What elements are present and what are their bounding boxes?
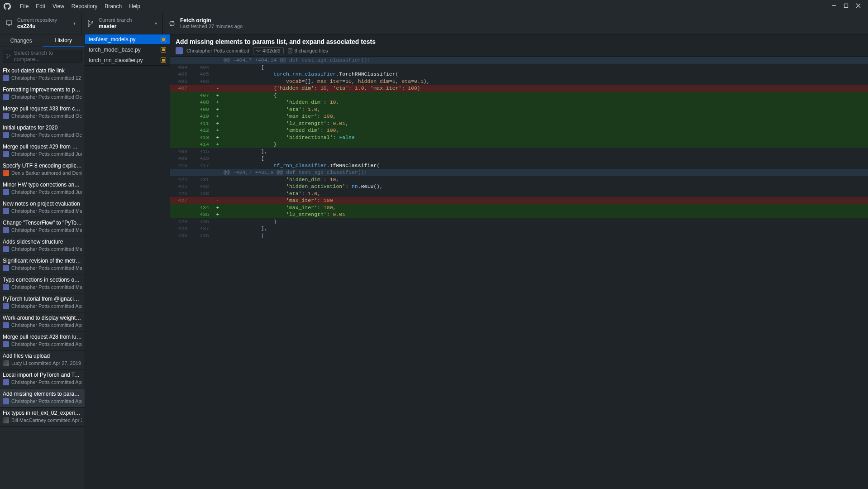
commit-item[interactable]: Minor HW typo corrections and clarifica…… [0, 179, 85, 198]
files-changed-label: 3 changed files [295, 48, 328, 53]
branch-compare-select[interactable]: Select branch to compare... [3, 50, 82, 62]
commit-item[interactable]: Adds slideshow structureChristopher Pott… [0, 236, 85, 255]
window-close-icon[interactable] [856, 3, 861, 10]
diff-line: 413+ 'bidirectional': False [170, 134, 868, 141]
avatar [176, 47, 183, 54]
menu-edit[interactable]: Edit [32, 1, 49, 11]
commit-item[interactable]: Local import of PyTorch and TensorFlow…C… [0, 369, 85, 388]
diff-line: 434+ 'max_iter': 100, [170, 204, 868, 211]
chevron-down-icon: ▾ [155, 21, 157, 26]
changed-files-panel: test\test_models.pytorch_model_base.pyto… [85, 34, 170, 489]
menu-help[interactable]: Help [125, 1, 144, 11]
git-branch-icon [87, 20, 94, 27]
commit-item[interactable]: Significant revision of the metrics note… [0, 255, 85, 274]
menu-repository[interactable]: Repository [68, 1, 101, 11]
file-name: test\test_models.py [89, 36, 161, 43]
commit-list[interactable]: Fix out-dated data file linkChristopher … [0, 65, 85, 489]
file-item[interactable]: torch_rnn_classifier.py [85, 55, 170, 66]
file-item[interactable]: test\test_models.py [85, 34, 170, 45]
commit-item[interactable]: Merge pull request #33 from cgpotts/sc…C… [0, 103, 85, 122]
menu-view[interactable]: View [49, 1, 68, 11]
file-item[interactable]: torch_model_base.py [85, 45, 170, 55]
commit-item-meta: Christopher Potts committed Apr 22, 2019 [3, 398, 82, 404]
diff-line: 411+ 'l2_strength': 0.01, [170, 120, 868, 127]
commit-item[interactable]: Fix typos in rel_ext_02_experiments.ipyn… [0, 408, 85, 427]
files-changed[interactable]: 3 changed files [287, 48, 328, 53]
avatar [3, 170, 9, 176]
commit-item[interactable]: Merge pull request #29 from mastermin…Ch… [0, 141, 85, 160]
commit-item[interactable]: Add files via uploadLucy Li committed Ap… [0, 350, 85, 369]
commit-item-meta: Christopher Potts committed Oct 22, 2019 [3, 113, 82, 119]
diff-line: 425432 'hidden_activation': nn.ReLU(), [170, 183, 868, 190]
commit-item-meta: Christopher Potts committed Jun 17, 2019 [3, 151, 82, 157]
commit-item[interactable]: Specify UTF-8 encoding explicitly when …… [0, 160, 85, 179]
commit-item[interactable]: Merge pull request #28 from lucy3/mas…Ch… [0, 331, 85, 350]
svg-point-7 [7, 54, 8, 55]
diff-line: 414+ } [170, 141, 868, 148]
commit-item-title: Fix typos in rel_ext_02_experiments.ipyn… [3, 410, 82, 416]
commit-item-title: Add files via upload [3, 353, 82, 359]
diff-line: 428436 } [170, 218, 868, 225]
commit-item-title: Specify UTF-8 encoding explicitly when … [3, 163, 82, 169]
commit-item[interactable]: PyTorch tutorial from @ignaciocasesChris… [0, 293, 85, 312]
diff-line: 404404 [ [170, 64, 868, 71]
avatar [3, 398, 9, 404]
avatar [3, 132, 9, 138]
commit-item-meta: Bill MacCartney committed Apr 22, 2019 [3, 417, 82, 423]
tab-changes[interactable]: Changes [0, 34, 43, 47]
fetch-label: Fetch origin [180, 17, 863, 24]
avatar [3, 284, 9, 290]
commit-item[interactable]: Typo corrections in sections on micro-F1… [0, 274, 85, 293]
diff-view[interactable]: @@ -404,7 +404,14 @@ def test_sgd_classi… [170, 57, 868, 489]
diff-line: 426433 'eta': 1.0, [170, 190, 868, 197]
commit-item-meta: Christopher Potts committed Apr 30, 2019 [3, 322, 82, 328]
tab-history[interactable]: History [43, 34, 85, 47]
commit-item[interactable]: Fix out-dated data file linkChristopher … [0, 65, 85, 84]
commit-item-meta: Christopher Potts committed May 6, 2019 [3, 265, 82, 271]
commit-sha: 4f02dd9 [262, 48, 281, 53]
commit-item[interactable]: Formatting improvements to projects.mdCh… [0, 84, 85, 103]
menu-file[interactable]: File [16, 1, 32, 11]
diff-line: 407- {'hidden_dim': 10, 'eta': 1.0, 'max… [170, 85, 868, 92]
repo-label: Current repository [17, 17, 73, 23]
commit-item-title: PyTorch tutorial from @ignaciocases [3, 296, 82, 302]
diff-icon [287, 48, 293, 53]
window-maximize-icon[interactable] [844, 3, 849, 10]
commit-item-title: Fix out-dated data file link [3, 67, 82, 74]
window-minimize-icon[interactable] [831, 3, 836, 10]
commit-item-title: Merge pull request #28 from lucy3/mas… [3, 334, 82, 340]
fetch-value: Last fetched 27 minutes ago [180, 24, 863, 29]
sha-pill[interactable]: 4f02dd9 [253, 47, 284, 54]
commit-item-title: Work-around to display weights for mo… [3, 315, 82, 321]
modified-icon [161, 37, 166, 42]
avatar [3, 151, 9, 157]
fetch-origin-button[interactable]: Fetch origin Last fetched 27 minutes ago [163, 13, 868, 34]
diff-line: 427- 'max_iter': 100 [170, 197, 868, 204]
commit-item[interactable]: Change "TensorFlow" to "PyTorch" whe…Chr… [0, 217, 85, 236]
commit-item[interactable]: Work-around to display weights for mo…Ch… [0, 312, 85, 331]
avatar [3, 75, 9, 81]
commit-item-meta: Lucy Li committed Apr 27, 2019 [3, 360, 82, 366]
commit-header: Add missing elements to params list, and… [170, 34, 868, 57]
menu-branch[interactable]: Branch [101, 1, 125, 11]
commit-item-meta: Christopher Potts committed Oct 22, 2019 [3, 132, 82, 138]
commit-item-meta: Christopher Potts committed Apr 29, 2019 [3, 341, 82, 347]
commit-item-title: Add missing elements to params list, an… [3, 391, 82, 397]
commit-item[interactable]: New notes on project evaluationChristoph… [0, 198, 85, 217]
diff-panel: Add missing elements to params list, and… [170, 34, 868, 489]
commit-item[interactable]: Add missing elements to params list, an…… [0, 388, 85, 408]
current-branch-selector[interactable]: Current branch master ▾ [81, 13, 163, 34]
avatar [3, 208, 9, 214]
diff-line: 409+ 'eta': 1.0, [170, 106, 868, 113]
avatar [3, 417, 9, 423]
commit-item-title: New notes on project evaluation [3, 201, 82, 207]
avatar [3, 341, 9, 347]
commit-item-title: Formatting improvements to projects.md [3, 86, 82, 93]
current-repository-selector[interactable]: Current repository cs224u ▾ [0, 13, 81, 34]
svg-point-4 [88, 20, 90, 22]
commit-item-title: Significant revision of the metrics note… [3, 258, 82, 264]
commit-item[interactable]: Initial updates for 2020Christopher Pott… [0, 122, 85, 141]
avatar [3, 94, 9, 100]
modified-icon [161, 47, 166, 53]
git-commit-icon [256, 48, 261, 53]
